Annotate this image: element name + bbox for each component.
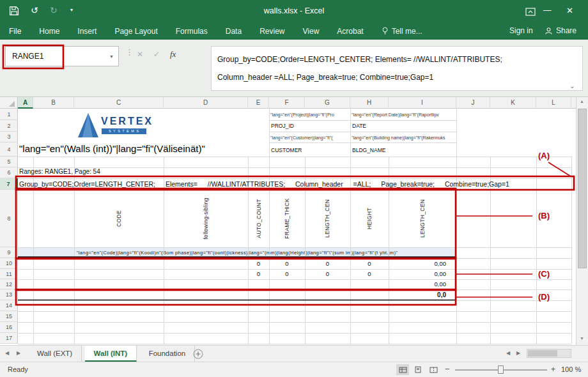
scroll-down-icon[interactable]: ▼	[580, 336, 584, 341]
cell-r10-frame-thick[interactable]: 0	[269, 258, 305, 269]
tab-insert[interactable]: Insert	[77, 27, 97, 36]
zoom-level[interactable]: 100 %	[561, 362, 581, 377]
formula-line-2: Column_header =ALL; Page_break=true; Com…	[217, 68, 576, 86]
new-sheet-button[interactable]	[193, 349, 203, 362]
cell-project-lang[interactable]: "lang="en"(Project)|lang="fi"(Pro	[270, 110, 350, 119]
tab-page-layout[interactable]: Page Layout	[114, 27, 157, 36]
cell-r11-sum[interactable]: 0,00	[389, 269, 451, 279]
tell-me-box[interactable]: Tell me...	[382, 27, 422, 36]
page-break-view-button[interactable]	[427, 364, 440, 375]
cell-customer[interactable]: CUSTOMER	[271, 147, 302, 153]
name-box[interactable]: RANGE1 ▼	[5, 46, 119, 66]
ribbon-tabs: File Home Insert Page Layout Formulas Da…	[0, 22, 588, 40]
name-box-dropdown-icon[interactable]: ▼	[109, 47, 114, 66]
cell-building-lang[interactable]: "lang="en"(Building name)|lang="fi"(Rake…	[352, 134, 508, 142]
title-bar: ↺ ↻ ▾ walls.xlsx - Excel — ✕	[0, 0, 588, 22]
formula-line-1: Group_by=CODE;Order=LENGTH_CENTER; Eleme…	[217, 50, 576, 68]
formula-bar-strip: RANGE1 ▼ ⋮ ✕ ✓ fx Group_by=CODE;Order=LE…	[0, 40, 588, 97]
cell-r10-height[interactable]: 0	[350, 258, 389, 269]
cell-bldg-name[interactable]: BLDG_NAME	[352, 147, 385, 153]
tab-file[interactable]: File	[9, 27, 21, 36]
formula-bar-drag-handle[interactable]: ⋮	[125, 47, 134, 57]
sign-in-link[interactable]: Sign in	[509, 26, 533, 35]
vertex-logo-name: VERTEX	[101, 116, 153, 127]
annotation-label-a: (A)	[533, 151, 555, 160]
vertical-header-length-cen-2[interactable]: LENGTH_CEN	[389, 190, 456, 247]
vertex-logo-triangle-icon	[77, 112, 100, 139]
vertex-logo: VERTEX S Y S T E M S	[77, 111, 150, 142]
cell-date[interactable]: DATE	[352, 123, 366, 129]
formula-input[interactable]: Group_by=CODE;Order=LENGTH_CENTER; Eleme…	[211, 46, 583, 91]
vertical-header-frame-thick-label: FRAME_THICK	[284, 198, 290, 238]
worksheet-grid[interactable]: A B C D E F G H I J K L 1 2 3 4 5 6 7 8 …	[0, 97, 576, 345]
sheet-tabs: Wall (EXT) Wall (INT) Foundation	[28, 346, 195, 362]
cell-r11-height[interactable]: 0	[350, 269, 389, 279]
cell-r11-length-cen[interactable]: 0	[305, 269, 350, 279]
page-layout-view-button[interactable]	[412, 364, 424, 375]
cell-range-definition[interactable]: Group_by=CODE;Order=LENGTH_CENTER; Eleme…	[19, 179, 573, 190]
name-box-value: RANGE1	[12, 52, 43, 61]
cell-ranges-info[interactable]: Ranges: RANGE1, Page: 54	[19, 168, 198, 178]
tab-review[interactable]: Review	[259, 27, 284, 36]
hscroll-left-icon[interactable]: ◀	[506, 350, 510, 356]
zoom-slider-thumb[interactable]	[498, 365, 504, 374]
cell-r12-sum[interactable]: 0,00	[389, 279, 451, 289]
tab-formulas[interactable]: Formulas	[176, 27, 208, 36]
sheet-tab-wall-ext[interactable]: Wall (EXT)	[28, 346, 82, 362]
insert-function-button[interactable]: fx	[170, 49, 176, 59]
horizontal-scrollbar-thumb[interactable]	[528, 350, 557, 357]
hscroll-right-icon[interactable]: ▶	[516, 350, 520, 356]
vertical-header-height-label: HEIGHT	[366, 208, 373, 229]
share-button[interactable]: Share	[545, 26, 576, 35]
cell-r10-length-cen[interactable]: 0	[305, 258, 350, 269]
cell-total-sum[interactable]: 0,0	[389, 289, 451, 300]
vertical-header-length-cen-1[interactable]: LENGTH_CEN	[305, 190, 350, 247]
cell-r11-frame-thick[interactable]: 0	[269, 269, 305, 279]
ribbon-tab-bar: File Home Insert Page Layout Formulas Da…	[0, 22, 588, 40]
sheet-tab-wall-int[interactable]: Wall (INT)	[85, 346, 137, 362]
scroll-up-icon[interactable]: ▲	[580, 99, 584, 104]
close-button[interactable]: ✕	[566, 6, 573, 15]
normal-view-button[interactable]	[396, 364, 409, 375]
horizontal-scrollbar[interactable]	[527, 349, 571, 358]
enter-check-icon[interactable]: ✓	[153, 50, 160, 59]
cell-r11-auto-count[interactable]: 0	[248, 269, 269, 279]
lightbulb-icon	[382, 27, 389, 35]
zoom-out-button[interactable]: −	[445, 362, 450, 377]
vertical-scrollbar-thumb[interactable]	[578, 109, 587, 268]
tab-view[interactable]: View	[303, 27, 320, 36]
cancel-icon[interactable]: ✕	[137, 50, 143, 59]
sheet-tab-foundation[interactable]: Foundation	[140, 346, 196, 362]
zoom-in-button[interactable]: +	[551, 362, 555, 377]
formula-bar-collapse-icon[interactable]: ⌄	[569, 77, 575, 91]
tab-data[interactable]: Data	[226, 27, 242, 36]
cell-proj-id[interactable]: PROJ_ID	[271, 123, 294, 129]
vertical-header-frame-thick[interactable]: FRAME_THICK	[269, 190, 305, 247]
minimize-button[interactable]: —	[543, 6, 552, 15]
vertical-header-following-sibling-label: following-sibling	[203, 197, 209, 239]
window-title: walls.xlsx - Excel	[0, 0, 588, 22]
sheet-tab-strip: ◀ ▶ Wall (EXT) Wall (INT) Foundation ◀ ▶	[0, 345, 588, 362]
cell-customer-lang[interactable]: "lang="en"(Customer)|lang="fi"(	[270, 134, 350, 142]
tab-home[interactable]: Home	[39, 27, 59, 36]
tab-acrobat[interactable]: Acrobat	[337, 27, 363, 36]
cell-r10-auto-count[interactable]: 0	[248, 258, 269, 269]
annotation-label-c: (C)	[533, 269, 555, 279]
excel-window: ↺ ↻ ▾ walls.xlsx - Excel — ✕ File Home I…	[0, 0, 588, 377]
cell-r10-sum[interactable]: 0,00	[389, 258, 451, 269]
sheet-nav-left-icon[interactable]: ◀	[5, 350, 9, 356]
ribbon-display-options-icon[interactable]	[525, 7, 536, 19]
status-ready: Ready	[8, 362, 28, 377]
annotation-label-d: (D)	[533, 292, 555, 302]
vertical-header-following-sibling[interactable]: following-sibling	[164, 190, 248, 247]
vertical-scrollbar[interactable]: ▲ ▼	[576, 97, 588, 345]
vertical-header-auto-count[interactable]: AUTO_COUNT	[248, 190, 269, 247]
vertical-header-code[interactable]: CODE	[74, 190, 164, 247]
share-label: Share	[556, 26, 576, 35]
vertical-header-length-cen-1-label: LENGTH_CEN	[325, 199, 331, 238]
annotation-label-b: (B)	[533, 211, 555, 220]
sheet-nav-right-icon[interactable]: ▶	[17, 350, 20, 356]
vertical-header-height[interactable]: HEIGHT	[350, 190, 389, 247]
cell-report-date-lang[interactable]: "lang="en"(Report Date)|lang="fi"(Raport…	[352, 110, 476, 119]
cell-sheet-title[interactable]: "lang="en"(Walls (int))"|lang="fi"(Välis…	[19, 143, 268, 157]
